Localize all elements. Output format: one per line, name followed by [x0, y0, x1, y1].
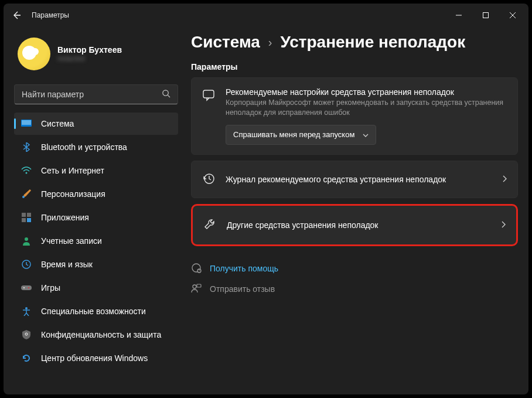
footer-links: ? Получить помощь Отправить отзыв: [191, 263, 518, 295]
svg-rect-1: [483, 13, 489, 18]
sidebar-item-system[interactable]: Система: [14, 113, 178, 135]
sidebar-item-gaming[interactable]: Игры: [14, 277, 178, 299]
close-button[interactable]: [499, 6, 526, 25]
svg-rect-21: [203, 90, 214, 98]
bluetooth-icon: [21, 142, 32, 152]
svg-line-5: [168, 95, 170, 97]
sidebar-item-label: Bluetooth и устройства: [41, 142, 127, 152]
sidebar-item-label: Игры: [41, 283, 60, 292]
profile-block[interactable]: Виктор Бухтеев redacted: [14, 27, 178, 81]
main-panel: Система › Устранение неполадок Параметры…: [191, 27, 518, 384]
svg-rect-27: [197, 284, 201, 287]
svg-point-8: [26, 172, 28, 174]
wifi-icon: [21, 165, 32, 176]
clock-icon: [21, 259, 32, 270]
chevron-right-icon: [502, 174, 507, 185]
chevron-right-icon: ›: [268, 36, 272, 49]
content-area: Виктор Бухтеев redacted Система Bluetoot…: [4, 27, 528, 394]
accessibility-icon: [21, 306, 32, 317]
svg-point-4: [163, 90, 168, 95]
svg-rect-11: [27, 213, 31, 217]
sidebar: Виктор Бухтеев redacted Система Bluetoot…: [14, 27, 178, 384]
row-title: Другие средства устранения неполадок: [227, 220, 490, 230]
minimize-button[interactable]: [445, 6, 472, 25]
sidebar-item-privacy[interactable]: Конфиденциальность и защита: [14, 324, 178, 346]
help-icon: ?: [191, 263, 202, 275]
breadcrumb-root[interactable]: Система: [191, 33, 260, 52]
card-title: Рекомендуемые настройки средства устране…: [226, 87, 507, 97]
shield-icon: [21, 329, 32, 340]
search-box[interactable]: [14, 84, 178, 104]
sidebar-item-network[interactable]: Сеть и Интернет: [14, 159, 178, 182]
window-title: Параметры: [32, 11, 69, 19]
titlebar-left: Параметры: [12, 11, 69, 20]
search-icon: [162, 89, 170, 100]
history-row[interactable]: Журнал рекомендуемого средства устранени…: [191, 161, 518, 198]
sidebar-item-bluetooth[interactable]: Bluetooth и устройства: [14, 136, 178, 158]
sidebar-item-label: Время и язык: [41, 260, 93, 269]
feedback-person-icon: [191, 283, 202, 295]
sidebar-item-label: Специальные возможности: [41, 307, 146, 316]
sidebar-item-accounts[interactable]: Учетные записи: [14, 230, 178, 252]
link-label: Получить помощь: [210, 264, 278, 273]
svg-rect-16: [21, 285, 32, 290]
avatar: [18, 38, 50, 70]
recommended-settings-card: Рекомендуемые настройки средства устране…: [191, 77, 518, 155]
sidebar-item-accessibility[interactable]: Специальные возможности: [14, 300, 178, 322]
svg-text:?: ?: [199, 269, 200, 273]
card-body: Рекомендуемые настройки средства устране…: [226, 87, 507, 145]
svg-point-9: [22, 196, 25, 198]
breadcrumb: Система › Устранение неполадок: [191, 33, 518, 52]
brush-icon: [21, 189, 32, 199]
system-icon: [21, 118, 32, 129]
profile-text: Виктор Бухтеев redacted: [57, 45, 122, 63]
svg-rect-13: [27, 218, 31, 222]
wrench-icon: [203, 218, 216, 233]
sidebar-item-time[interactable]: Время и язык: [14, 253, 178, 275]
search-input[interactable]: [22, 90, 162, 99]
back-button[interactable]: [12, 11, 21, 20]
section-label: Параметры: [191, 62, 518, 72]
breadcrumb-current: Устранение неполадок: [281, 33, 466, 52]
maximize-button[interactable]: [472, 6, 499, 25]
svg-point-17: [23, 287, 25, 288]
link-label: Отправить отзыв: [210, 284, 275, 294]
sidebar-item-label: Центр обновления Windows: [41, 353, 148, 363]
sidebar-item-label: Конфиденциальность и защита: [41, 330, 161, 339]
sidebar-item-label: Сеть и Интернет: [41, 166, 104, 175]
titlebar: Параметры: [4, 4, 528, 27]
card-description: Корпорация Майкрософт может рекомендоват…: [226, 98, 507, 118]
feedback-icon: [202, 89, 215, 104]
sidebar-item-label: Персонализация: [41, 189, 105, 199]
settings-window: Параметры Виктор Бухтеев redacted: [4, 4, 528, 394]
history-icon: [202, 172, 215, 188]
update-icon: [21, 353, 32, 363]
svg-rect-7: [22, 120, 31, 125]
row-title: Журнал рекомендуемого средства устранени…: [226, 175, 492, 184]
sidebar-item-update[interactable]: Центр обновления Windows: [14, 347, 178, 369]
chevron-right-icon: [501, 220, 506, 230]
nav-list: Система Bluetooth и устройства Сеть и Ин…: [14, 113, 178, 369]
svg-rect-12: [22, 218, 26, 222]
svg-point-14: [25, 237, 28, 241]
dropdown-value: Спрашивать меня перед запуском: [233, 130, 354, 139]
sidebar-item-label: Система: [41, 119, 74, 128]
sidebar-item-label: Приложения: [41, 213, 89, 222]
window-controls: [445, 6, 526, 25]
profile-name: Виктор Бухтеев: [57, 45, 122, 55]
profile-email: redacted: [57, 55, 122, 63]
send-feedback-link[interactable]: Отправить отзыв: [191, 283, 518, 295]
svg-point-26: [193, 285, 196, 288]
troubleshoot-preference-dropdown[interactable]: Спрашивать меня перед запуском: [226, 125, 376, 145]
chevron-down-icon: [363, 130, 369, 139]
sidebar-item-personalization[interactable]: Персонализация: [14, 183, 178, 205]
person-icon: [21, 236, 32, 246]
sidebar-item-apps[interactable]: Приложения: [14, 206, 178, 229]
gamepad-icon: [21, 283, 32, 293]
other-troubleshooters-row[interactable]: Другие средства устранения неполадок: [191, 204, 518, 246]
svg-point-19: [25, 307, 28, 309]
get-help-link[interactable]: ? Получить помощь: [191, 263, 518, 275]
svg-rect-10: [22, 213, 26, 217]
svg-point-18: [28, 287, 29, 288]
sidebar-item-label: Учетные записи: [41, 236, 102, 246]
